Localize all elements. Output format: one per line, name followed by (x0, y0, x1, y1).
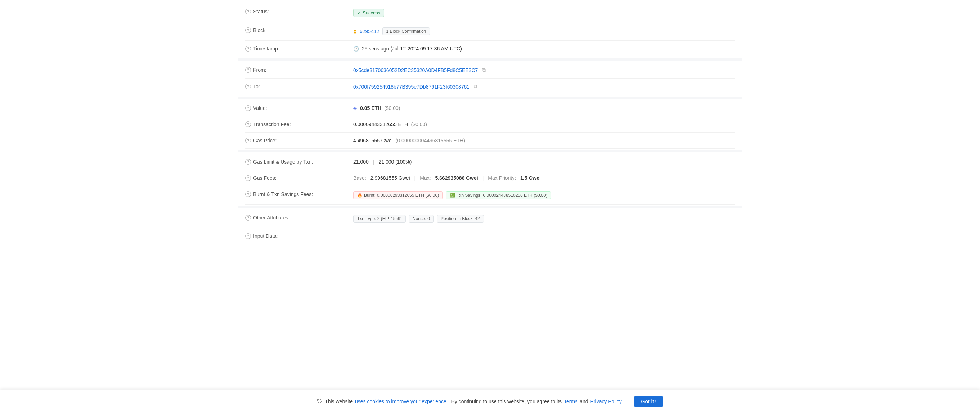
burnt-fees-row: ? Burnt & Txn Savings Fees: 🔥 Burnt: 0.0… (245, 186, 735, 205)
gas-price-eth: (0.000000004496815555 ETH) (396, 138, 465, 144)
timestamp-row: ? Timestamp: 🕐 25 secs ago (Jul-12-2024 … (245, 41, 735, 57)
timestamp-label: Timestamp: (253, 46, 279, 51)
txn-fee-value-col: 0.00009443312655 ETH ($0.00) (353, 121, 735, 127)
gas-limit-row: ? Gas Limit & Usage by Txn: 21,000 | 21,… (245, 154, 735, 170)
gas-limit-help-icon[interactable]: ? (245, 159, 251, 165)
burnt-fees-value-col: 🔥 Burnt: 0.00006293312655 ETH ($0.00) 💹 … (353, 191, 735, 199)
burnt-fees-help-icon[interactable]: ? (245, 191, 251, 197)
gas-price-label: Gas Price: (253, 138, 277, 144)
from-label: From: (253, 67, 266, 73)
section-divider-4 (238, 206, 742, 208)
section-divider-1 (238, 58, 742, 61)
burnt-val: 0.00006293312655 ETH ($0.00) (377, 193, 439, 198)
other-attrs-value-col: Txn Type: 2 (EIP-1559) Nonce: 0 Position… (353, 215, 735, 223)
block-help-icon[interactable]: ? (245, 27, 251, 33)
block-row: ? Block: ⧗ 6295412 1 Block Confirmation (245, 22, 735, 41)
from-row: ? From: 0x5cde3170636052D2EC35320A0D4FB5… (245, 62, 735, 78)
value-eth: 0.05 ETH (360, 105, 381, 111)
gas-base-val: 2.99681555 Gwei (371, 175, 410, 181)
gas-limit-label: Gas Limit & Usage by Txn: (253, 159, 313, 165)
txn-fee-label-col: ? Transaction Fee: (245, 121, 346, 127)
gas-max-val: 5.662935086 Gwei (435, 175, 478, 181)
txn-fee-row: ? Transaction Fee: 0.00009443312655 ETH … (245, 116, 735, 132)
burnt-fees-label-col: ? Burnt & Txn Savings Fees: (245, 191, 346, 197)
gas-fees-help-icon[interactable]: ? (245, 175, 251, 181)
gas-limit-value-col: 21,000 | 21,000 (100%) (353, 159, 735, 165)
block-label-col: ? Block: (245, 27, 346, 33)
value-usd: ($0.00) (384, 105, 400, 111)
timestamp-value: 25 secs ago (Jul-12-2024 09:17:36 AM UTC… (362, 46, 462, 51)
timestamp-label-col: ? Timestamp: (245, 46, 346, 51)
position-badge: Position In Block: 42 (437, 215, 484, 223)
status-label-col: ? Status: (245, 9, 346, 14)
to-copy-icon[interactable]: ⧉ (474, 84, 477, 90)
gas-price-gwei: 4.49681555 Gwei (353, 138, 393, 144)
gas-price-help-icon[interactable]: ? (245, 138, 251, 144)
gas-fees-row: ? Gas Fees: Base: 2.99681555 Gwei | Max:… (245, 170, 735, 186)
savings-badge: 💹 Txn Savings: 0.000024488510256 ETH ($0… (446, 191, 551, 199)
section-divider-3 (238, 150, 742, 152)
burnt-badge: 🔥 Burnt: 0.00006293312655 ETH ($0.00) (353, 191, 443, 199)
gas-fees-pipe2: | (482, 175, 484, 181)
value-row: ? Value: ◈ 0.05 ETH ($0.00) (245, 100, 735, 116)
gas-usage-value: 21,000 (100%) (379, 159, 412, 165)
gas-priority-val: 1.5 Gwei (520, 175, 541, 181)
main-content: ? Status: Success ? Block: ⧗ 6295412 1 B… (238, 0, 742, 247)
value-label: Value: (253, 105, 267, 111)
to-row: ? To: 0x700f759254918b77B395e7Db8761F23f… (245, 78, 735, 95)
txn-type-badge: Txn Type: 2 (EIP-1559) (353, 215, 406, 223)
value-help-icon[interactable]: ? (245, 105, 251, 111)
value-label-col: ? Value: (245, 105, 346, 111)
eth-icon: ◈ (353, 105, 357, 111)
status-help-icon[interactable]: ? (245, 9, 251, 14)
input-data-label: Input Data: (253, 233, 278, 239)
gas-fees-pipe1: | (414, 175, 416, 181)
other-attrs-label-col: ? Other Attributes: (245, 215, 346, 220)
txn-fee-usd: ($0.00) (411, 121, 427, 127)
gas-price-value-col: 4.49681555 Gwei (0.000000004496815555 ET… (353, 138, 735, 144)
status-row: ? Status: Success (245, 3, 735, 22)
from-address-link[interactable]: 0x5cde3170636052D2EC35320A0D4FB5Fd8C5EE3… (353, 67, 478, 73)
burnt-label: Burnt: (364, 193, 375, 198)
input-data-label-col: ? Input Data: (245, 233, 346, 239)
gas-max-label: Max: (420, 175, 431, 181)
hourglass-icon: ⧗ (353, 29, 357, 35)
clock-icon: 🕐 (353, 46, 359, 51)
from-value-col: 0x5cde3170636052D2EC35320A0D4FB5Fd8C5EE3… (353, 67, 735, 73)
block-label: Block: (253, 27, 267, 33)
to-address-link[interactable]: 0x700f759254918b77B395e7Db8761F23f603087… (353, 84, 469, 90)
gas-limit-label-col: ? Gas Limit & Usage by Txn: (245, 159, 346, 165)
fire-icon: 🔥 (357, 193, 363, 198)
block-confirmation-badge: 1 Block Confirmation (382, 27, 430, 35)
input-data-row: ? Input Data: (245, 228, 735, 244)
to-label-col: ? To: (245, 84, 346, 89)
to-help-icon[interactable]: ? (245, 84, 251, 89)
savings-icon: 💹 (450, 193, 455, 198)
gas-limit-value: 21,000 (353, 159, 369, 165)
input-data-help-icon[interactable]: ? (245, 233, 251, 239)
from-label-col: ? From: (245, 67, 346, 73)
gas-limit-pipe: | (373, 159, 374, 165)
from-copy-icon[interactable]: ⧉ (482, 67, 486, 73)
gas-priority-label: Max Priority: (488, 175, 516, 181)
status-value-col: Success (353, 9, 735, 17)
other-attrs-row: ? Other Attributes: Txn Type: 2 (EIP-155… (245, 210, 735, 228)
value-value-col: ◈ 0.05 ETH ($0.00) (353, 105, 735, 111)
block-number-link[interactable]: 6295412 (360, 29, 379, 34)
from-help-icon[interactable]: ? (245, 67, 251, 73)
txn-fee-eth: 0.00009443312655 ETH (353, 121, 408, 127)
section-divider-2 (238, 97, 742, 99)
status-badge: Success (353, 9, 384, 17)
other-attrs-help-icon[interactable]: ? (245, 215, 251, 220)
txn-fee-label: Transaction Fee: (253, 121, 291, 127)
timestamp-help-icon[interactable]: ? (245, 46, 251, 51)
timestamp-value-col: 🕐 25 secs ago (Jul-12-2024 09:17:36 AM U… (353, 46, 735, 51)
block-value-col: ⧗ 6295412 1 Block Confirmation (353, 27, 735, 35)
gas-base-label: Base: (353, 175, 366, 181)
gas-fees-value-col: Base: 2.99681555 Gwei | Max: 5.662935086… (353, 175, 735, 181)
status-label: Status: (253, 9, 269, 14)
burnt-fees-label: Burnt & Txn Savings Fees: (253, 191, 313, 197)
txn-fee-help-icon[interactable]: ? (245, 121, 251, 127)
to-value-col: 0x700f759254918b77B395e7Db8761F23f603087… (353, 84, 735, 90)
savings-val: 0.000024488510256 ETH ($0.00) (483, 193, 547, 198)
